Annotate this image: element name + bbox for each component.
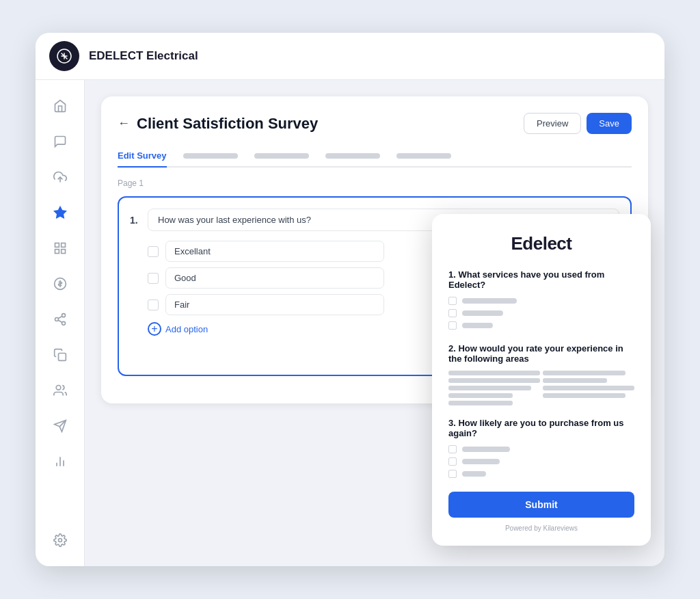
preview-option-bar: [462, 298, 517, 304]
sidebar-item-chat[interactable]: [45, 127, 75, 157]
preview-grid-bar: [543, 371, 625, 375]
preview-popup: Edelect 1. What services have you used f…: [432, 214, 651, 546]
sidebar-item-dollar[interactable]: [45, 269, 75, 299]
svg-point-20: [58, 539, 62, 542]
logo-icon: [49, 41, 79, 71]
option-checkbox-2[interactable]: [148, 273, 159, 284]
preview-section-3: 3. How likely are you to purchase from u…: [448, 418, 634, 478]
option-input-3[interactable]: [165, 294, 384, 315]
header-buttons: Preview Save: [524, 113, 632, 134]
preview-section-1: 1. What services have you used from Edel…: [448, 269, 634, 330]
content-area: ← Client Satisfiction Survey Preview Sav…: [85, 80, 664, 566]
svg-marker-2: [54, 207, 66, 218]
svg-rect-5: [61, 250, 65, 254]
svg-line-12: [58, 316, 62, 318]
survey-title-row: ← Client Satisfiction Survey: [118, 115, 318, 133]
preview-checkbox[interactable]: [448, 470, 457, 478]
tab-placeholder-4: [396, 148, 451, 165]
page-label: Page 1: [118, 178, 632, 188]
preview-grid: [448, 371, 634, 405]
svg-point-8: [62, 314, 65, 317]
preview-checkbox[interactable]: [448, 309, 457, 317]
preview-grid-bar: [543, 386, 634, 390]
sidebar-item-users[interactable]: [45, 375, 75, 405]
preview-option-row: [448, 470, 634, 478]
svg-rect-6: [55, 250, 59, 254]
preview-option-row: [448, 321, 634, 330]
app-header: EDELECT Electrical: [36, 33, 664, 80]
add-option-icon: +: [148, 322, 161, 336]
preview-section-2: 2. How would you rate your experience in…: [448, 343, 634, 405]
preview-button[interactable]: Preview: [524, 113, 581, 134]
preview-checkbox[interactable]: [448, 457, 457, 466]
preview-question-2: 2. How would you rate your experience in…: [448, 343, 634, 364]
preview-options-3: [448, 445, 634, 478]
preview-option-bar: [462, 310, 503, 316]
preview-checkbox[interactable]: [448, 445, 457, 453]
sidebar-item-copy[interactable]: [45, 340, 75, 370]
preview-grid-bar: [543, 393, 625, 398]
svg-rect-4: [61, 243, 65, 248]
sidebar-item-chart[interactable]: [45, 447, 75, 477]
svg-point-10: [62, 321, 65, 325]
preview-grid-bar: [448, 386, 531, 390]
sidebar-item-star[interactable]: [45, 198, 75, 228]
tabs-row: Edit Survey: [118, 145, 632, 168]
preview-checkbox[interactable]: [448, 321, 457, 330]
option-input-1[interactable]: [165, 241, 384, 262]
tab-placeholder-1: [183, 148, 238, 165]
preview-option-bar: [462, 459, 500, 464]
tab-placeholder-3: [325, 148, 380, 165]
sidebar-item-settings[interactable]: [45, 525, 75, 555]
svg-point-9: [55, 318, 58, 321]
preview-option-row: [448, 297, 634, 305]
option-checkbox-3[interactable]: [148, 300, 159, 310]
preview-option-bar: [462, 447, 510, 452]
preview-submit-button[interactable]: Submit: [448, 492, 634, 518]
sidebar-item-upload[interactable]: [45, 162, 75, 192]
preview-grid-bar: [448, 401, 513, 405]
survey-header: ← Client Satisfiction Survey Preview Sav…: [118, 113, 632, 134]
preview-grid-bar: [448, 371, 540, 375]
sidebar-item-home[interactable]: [45, 91, 75, 121]
save-button[interactable]: Save: [587, 113, 632, 134]
back-button[interactable]: ←: [118, 116, 130, 131]
preview-brand: Edelect: [448, 233, 634, 254]
preview-options-1: [448, 297, 634, 330]
preview-option-bar: [462, 323, 493, 328]
tab-edit-survey[interactable]: Edit Survey: [118, 145, 167, 168]
svg-line-11: [58, 320, 62, 322]
preview-question-1: 1. What services have you used from Edel…: [448, 269, 634, 290]
preview-grid-bar: [543, 378, 607, 383]
sidebar-item-nodes[interactable]: [45, 304, 75, 334]
tab-placeholder-2: [254, 148, 309, 165]
preview-option-row: [448, 457, 634, 466]
preview-option-row: [448, 309, 634, 317]
survey-title: Client Satisfiction Survey: [137, 115, 318, 133]
preview-grid-bar: [448, 393, 513, 398]
powered-by-text: Powered by Kilareviews: [448, 524, 634, 532]
option-input-2[interactable]: [165, 267, 384, 289]
option-checkbox-1[interactable]: [148, 246, 159, 257]
preview-option-bar: [462, 471, 486, 477]
preview-grid-bar: [448, 378, 540, 383]
company-name: EDELECT Electrical: [89, 49, 198, 63]
question-number: 1.: [130, 215, 141, 226]
preview-option-row: [448, 445, 634, 453]
svg-rect-3: [55, 243, 59, 248]
sidebar: [36, 80, 85, 566]
sidebar-item-send[interactable]: [45, 411, 75, 441]
sidebar-item-grid[interactable]: [45, 233, 75, 263]
svg-point-14: [56, 386, 61, 390]
preview-question-3: 3. How likely are you to purchase from u…: [448, 418, 634, 438]
add-option-label: Add option: [165, 324, 208, 334]
svg-rect-13: [58, 354, 66, 361]
preview-checkbox[interactable]: [448, 297, 457, 305]
